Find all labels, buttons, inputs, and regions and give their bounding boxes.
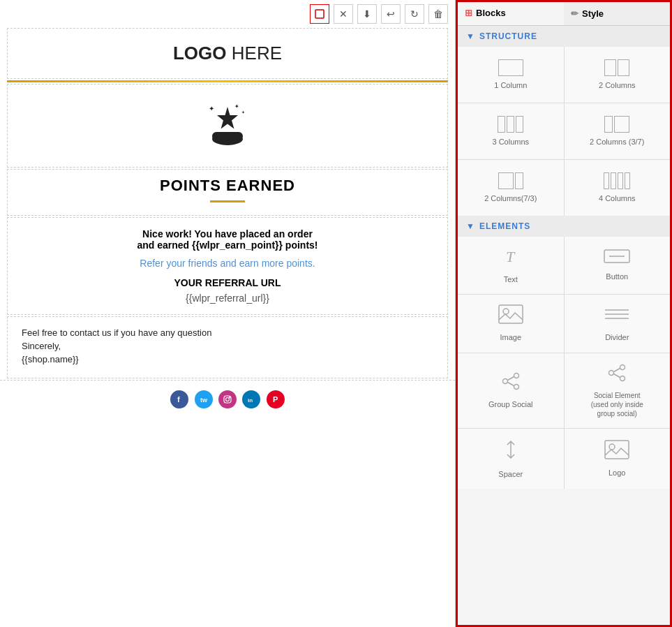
undo-icon: ↩: [387, 8, 395, 20]
svg-text:✦: ✦: [241, 110, 245, 115]
structure-header: ▼ STRUCTURE: [458, 26, 670, 47]
svg-line-30: [614, 368, 620, 371]
group-social-icon: [501, 371, 521, 395]
divider-element-icon: [604, 304, 630, 328]
logo-section: LOGO HERE: [7, 28, 448, 79]
structure-3col[interactable]: 3 Columns: [458, 103, 564, 159]
elements-grid: T Text Button I: [458, 237, 670, 489]
svg-point-18: [503, 309, 509, 314]
referral-link[interactable]: Refer your friends and earn more points.: [140, 258, 315, 269]
svg-point-22: [514, 373, 518, 378]
social-element-icon: [607, 363, 627, 387]
redo-button[interactable]: ↻: [405, 4, 424, 24]
svg-rect-17: [499, 305, 523, 323]
logo-element-icon: [604, 440, 629, 464]
svg-text:✦: ✦: [234, 103, 239, 110]
image-label: Image: [500, 332, 521, 342]
svg-text:T: T: [506, 248, 516, 265]
gold-divider: [7, 80, 448, 82]
svg-point-34: [609, 444, 615, 450]
svg-point-23: [514, 384, 518, 389]
delete-button[interactable]: 🗑: [428, 4, 448, 24]
top-toolbar: ✕ ⬇ ↩ ↻ 🗑: [303, 0, 455, 28]
4col-label: 4 Columns: [599, 193, 636, 203]
svg-marker-4: [217, 107, 238, 129]
structure-4col[interactable]: 4 Columns: [565, 160, 671, 216]
message-section: Nice work! You have placed an order and …: [7, 217, 448, 315]
element-divider[interactable]: Divider: [565, 295, 671, 352]
2col-label: 2 Columns: [599, 80, 636, 90]
2col37-icon: [604, 116, 629, 133]
svg-point-11: [230, 397, 230, 398]
structure-arrow-icon: ▼: [466, 31, 475, 41]
social-icons-section: f tw in P: [0, 380, 455, 418]
element-logo[interactable]: Logo: [565, 429, 671, 489]
svg-text:P: P: [273, 395, 278, 404]
elements-header: ▼ ELEMENTS: [458, 216, 670, 237]
svg-text:f: f: [177, 395, 180, 404]
1col-icon: [498, 59, 523, 76]
text-label: Text: [504, 274, 518, 284]
undo-button[interactable]: ↩: [381, 4, 401, 24]
right-panel: ⊞ Blocks ✏ Style ▼ STRUCTURE 1 Column 2 …: [456, 0, 672, 627]
blocks-grid-icon: ⊞: [465, 8, 472, 18]
4col-icon: [604, 172, 630, 189]
twitter-icon[interactable]: tw: [195, 390, 213, 408]
3col-label: 3 Columns: [492, 137, 529, 147]
element-spacer[interactable]: Spacer: [458, 429, 564, 489]
select-button[interactable]: [310, 4, 329, 24]
referral-url-value: {{wlpr_referral_url}}: [29, 293, 426, 304]
element-text[interactable]: T Text: [458, 237, 564, 294]
element-social-element[interactable]: Social Element (used only inside group s…: [565, 353, 671, 428]
footer-shop-name: {{shop.name}}: [22, 354, 433, 364]
referral-url-title: YOUR REFERRAL URL: [29, 277, 426, 288]
points-underline: [210, 200, 245, 202]
svg-point-10: [226, 398, 230, 401]
linkedin-icon[interactable]: in: [242, 390, 260, 408]
element-image[interactable]: Image: [458, 295, 564, 352]
panel-tabs: ⊞ Blocks ✏ Style: [458, 2, 670, 26]
divider-label: Divider: [605, 332, 629, 342]
svg-line-31: [614, 374, 620, 377]
2col73-icon: [498, 172, 523, 189]
button-label: Button: [606, 272, 628, 281]
close-button[interactable]: ✕: [334, 4, 353, 24]
element-group-social[interactable]: Group Social: [458, 353, 564, 428]
points-title: POINTS EARNED: [22, 177, 433, 195]
download-button[interactable]: ⬇: [357, 4, 377, 24]
tab-style[interactable]: ✏ Style: [564, 2, 670, 25]
download-icon: ⬇: [363, 8, 371, 20]
close-icon: ✕: [339, 8, 348, 20]
facebook-icon[interactable]: f: [170, 390, 188, 408]
pinterest-icon[interactable]: P: [267, 390, 285, 408]
1col-label: 1 Column: [494, 80, 527, 90]
element-button[interactable]: Button: [565, 237, 671, 294]
svg-point-28: [620, 376, 625, 381]
structure-2col73[interactable]: 2 Columns(7/3): [458, 160, 564, 216]
logo-text: LOGO HERE: [173, 43, 282, 64]
svg-point-29: [609, 370, 614, 375]
svg-text:tw: tw: [200, 397, 208, 404]
svg-rect-6: [212, 132, 243, 140]
text-element-icon: T: [501, 246, 521, 270]
redo-icon: ↻: [410, 8, 419, 20]
3col-icon: [498, 116, 523, 133]
2col-icon: [604, 59, 629, 76]
svg-rect-33: [605, 441, 629, 459]
footer-section: Feel free to contact us if you have any …: [7, 316, 448, 378]
spacer-label: Spacer: [498, 469, 523, 479]
tab-blocks[interactable]: ⊞ Blocks: [458, 2, 564, 25]
svg-rect-0: [315, 10, 324, 18]
2col73-label: 2 Columns(7/3): [484, 193, 537, 203]
instagram-icon[interactable]: [218, 390, 237, 408]
structure-1col[interactable]: 1 Column: [458, 47, 564, 103]
trash-icon: 🗑: [433, 8, 443, 20]
star-hand-icon: ✦ ✦ ✦: [22, 98, 433, 153]
structure-2col[interactable]: 2 Columns: [565, 47, 671, 103]
points-section: POINTS EARNED: [7, 169, 448, 216]
footer-line2: Sincerely,: [22, 341, 433, 351]
message-line1: Nice work! You have placed an order: [29, 228, 426, 239]
structure-2col37[interactable]: 2 Columns (3/7): [565, 103, 671, 159]
svg-point-24: [502, 378, 507, 383]
referral-invite: Refer your friends and earn more points.: [29, 258, 426, 269]
